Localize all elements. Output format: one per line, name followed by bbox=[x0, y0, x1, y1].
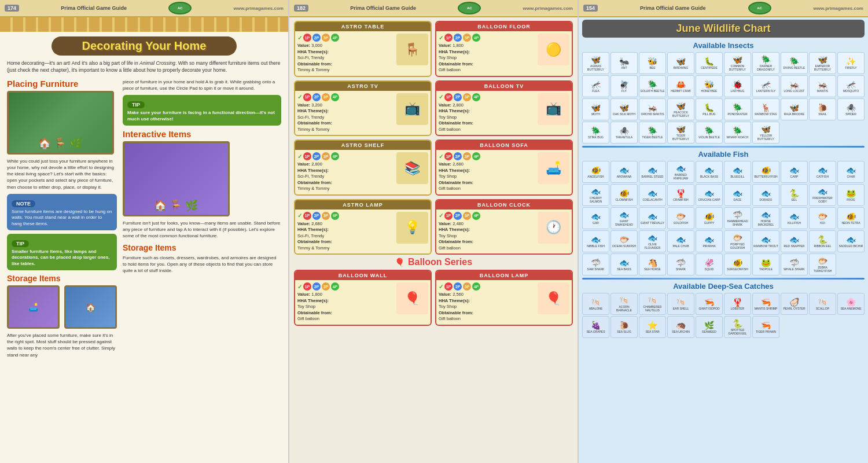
fish-icon: 🐟 bbox=[591, 188, 601, 196]
insect-icon: 🐝 bbox=[704, 80, 714, 89]
page-items: 182 Prima Official Game Guide AC www.pri… bbox=[289, 0, 579, 463]
fish-cell: 🐟 PIRANHA bbox=[696, 230, 723, 252]
deep-sea-cell: 🐚 EAR SHELL bbox=[667, 293, 694, 315]
insect-cell: 🐛 CENTIPEDE bbox=[696, 52, 723, 74]
deep-sea-icon: 🐚 bbox=[591, 298, 601, 306]
insect-icon: 🐛 bbox=[704, 57, 714, 65]
game-screenshot-main bbox=[7, 91, 114, 155]
fish-name: SEA HORSE bbox=[644, 267, 661, 271]
balloon-floor-header: BALLOON FLOOR bbox=[436, 22, 572, 31]
fish-icon: 🐟 bbox=[733, 189, 742, 197]
fish-icon: 🐟 bbox=[818, 166, 827, 174]
insect-icon: 🦋 bbox=[676, 102, 686, 110]
fish-icon: 🐠 bbox=[733, 259, 742, 267]
insect-icon: 🦋 bbox=[676, 125, 686, 133]
fish-name: SADDLED BICHIR bbox=[839, 244, 863, 248]
insects-grid: 🦋 AGRIAS BUTTERFLY 🐜 ANT 🐝 BEE 🦋 BIRDWIN… bbox=[582, 52, 865, 144]
tip-box-1: TIP Make sure your furniture is facing i… bbox=[123, 95, 281, 126]
ac-logo-2: AC bbox=[458, 2, 481, 14]
chart-title-box: June Wildlife Chart bbox=[582, 20, 865, 38]
insect-cell: 🪲 PONDSKATER bbox=[724, 98, 751, 120]
fish-cell: 🐟 NIBBLE FISH bbox=[582, 230, 609, 252]
fish-cell: 🐍 EEL bbox=[781, 184, 808, 206]
fish-icon: 🐟 bbox=[789, 212, 799, 221]
item-balloon-tv: BALLOON TV ✓ 1P 2P 3P 4P Value: 2,800 HH… bbox=[435, 80, 573, 137]
insect-cell: 🦋 PEACOCK BUTTERFLY bbox=[667, 98, 694, 120]
insect-cell: 🕷️ SPIDER bbox=[837, 98, 865, 120]
fish-name: BLACK BASS bbox=[700, 175, 718, 178]
fish-name: SAW SHARK bbox=[587, 267, 605, 271]
balloon-lamp-body: ✓ 1P 2P 3P 4P Value: 2,560 HHA Theme(s):… bbox=[436, 280, 572, 325]
deep-sea-icon: ⭐ bbox=[648, 321, 657, 329]
fish-icon: 🐟 bbox=[676, 164, 686, 172]
balloon-lamp-img: 🎈 bbox=[538, 282, 569, 314]
placing-body: piece of furniture in your home and hold… bbox=[123, 79, 281, 91]
page3-header: 154 Prima Official Game Guide AC www.pri… bbox=[579, 0, 868, 17]
fish-name: KILLIFISH bbox=[788, 221, 801, 225]
fish-icon: 🐟 bbox=[676, 236, 686, 244]
insect-name: PONDSKATER bbox=[727, 112, 747, 116]
item-astro-lamp: ASTRO LAMP ✓ 1P 2P 3P 4P Value: 2,680 HH… bbox=[294, 199, 432, 255]
fish-icon: 🐠 bbox=[704, 212, 714, 221]
fish-name: RAINBOW TROUT bbox=[753, 244, 778, 248]
fish-cell: 🐡 ZEBRA TURKEYFISH bbox=[809, 253, 836, 275]
deep-sea-cell: 🐚 CHAMBERED NAUTILUS bbox=[639, 293, 666, 315]
fish-icon: 🦈 bbox=[591, 259, 601, 267]
insect-name: BIRDWING bbox=[674, 66, 689, 69]
insect-name: FIREFLY bbox=[845, 66, 856, 69]
insects-title: Available Insects bbox=[582, 41, 865, 50]
balloon-clock-body: ✓ 1P 2P 3P 4P Value: 2,480 HHA Theme(s):… bbox=[436, 210, 572, 254]
fish-icon: 🐠 bbox=[619, 189, 629, 197]
insect-cell: 🪲 DARNER DRAGONFLY bbox=[752, 52, 779, 74]
page2-number: 182 bbox=[294, 5, 308, 12]
insect-name: LANTERN FLY bbox=[756, 89, 776, 93]
page1-header: 174 Prima Official Game Guide AC www.pri… bbox=[0, 0, 288, 17]
item-balloon-lamp: BALLOON LAMP ✓ 1P 2P 3P 4P Value: 2,560 … bbox=[435, 270, 573, 326]
page1-body: Decorating Your Home Home decorating—it'… bbox=[0, 32, 288, 463]
page1-site: www.primagames.com bbox=[234, 6, 284, 11]
insect-icon: 🦋 bbox=[619, 104, 629, 112]
insect-cell: 🪲 STINK BUG bbox=[582, 122, 609, 144]
deep-sea-icon: 🦞 bbox=[733, 298, 742, 306]
insect-cell: 🦗 LONG LOCUST bbox=[781, 75, 808, 97]
fish-name: EEL bbox=[792, 198, 797, 201]
item-balloon-clock: BALLOON CLOCK ✓ 1P 2P 3P 4P Value: 2,480… bbox=[435, 199, 573, 255]
balloon-tv-img: 📺 bbox=[538, 93, 569, 125]
fish-cell: 🐍 RIBBON EEL bbox=[809, 230, 836, 252]
tip1-label: TIP bbox=[127, 101, 145, 108]
page3-body: June Wildlife Chart Available Insects 🦋 … bbox=[579, 17, 868, 463]
fish-cell: 🦞 CRAWFISH bbox=[667, 184, 694, 206]
fish-icon: 🐟 bbox=[648, 189, 657, 197]
fish-cell: 🐟 SADDLED BICHIR bbox=[837, 230, 865, 252]
fish-icon: 🐠 bbox=[846, 212, 856, 221]
insect-cell: 🦗 ORCHID MANTIS bbox=[639, 98, 666, 120]
item-balloon-floor: BALLOON FLOOR ✓ 1P 2P 3P 4P Value: 1,800… bbox=[435, 21, 573, 77]
insect-icon: 🐝 bbox=[648, 57, 657, 65]
fish-cell: 🐟 DACE bbox=[724, 184, 751, 206]
ac-logo-1: AC bbox=[168, 2, 192, 14]
balloon-floor-body: ✓ 1P 2P 3P 4P Value: 1,800 HHA Theme(s):… bbox=[436, 31, 572, 76]
balloon-series-label: Balloon Series bbox=[408, 257, 472, 267]
astro-tv-body: ✓ 1P 2P 3P 4P Value: 3,200 HHA Theme(s):… bbox=[295, 91, 431, 135]
fish-name: WHALE SHARK bbox=[784, 267, 804, 271]
deep-sea-icon: 🌿 bbox=[704, 321, 714, 329]
insect-cell: 🦋 AGRIAS BUTTERFLY bbox=[582, 52, 609, 74]
balloon-clock-header: BALLOON CLOCK bbox=[436, 200, 572, 210]
fish-icon: 🐴 bbox=[648, 259, 657, 267]
balloon-sofa-info: ✓ 1P 2P 3P 4P Value: 2,680 HHA Theme(s):… bbox=[439, 152, 535, 192]
insect-icon: 🪲 bbox=[733, 127, 742, 135]
fish-cell: 🐡 OCEAN SUNFISH bbox=[610, 230, 638, 252]
deep-sea-icon: 🌸 bbox=[846, 298, 856, 306]
deep-sea-cell: 🐚 SCALLOP bbox=[809, 293, 836, 315]
fish-icon: 🐟 bbox=[648, 166, 657, 174]
fish-name: PIRANHA bbox=[703, 244, 715, 248]
astro-table-header: ASTRO TABLE bbox=[295, 22, 431, 31]
deep-sea-cell: 🍇 SEA GRAPES bbox=[582, 316, 609, 338]
fish-name: PORPYED GOLDFISH bbox=[725, 242, 750, 249]
deep-sea-name: PEARL OYSTER bbox=[783, 307, 805, 310]
fish-name: ZEBRA TURKEYFISH bbox=[810, 266, 835, 273]
screenshot-sm-2: 🏠 bbox=[64, 285, 117, 329]
fish-icon: 🐡 bbox=[733, 234, 742, 242]
fish-cell: 🐟 GIANT TREVALLY bbox=[639, 207, 666, 229]
fish-icon: 🐟 bbox=[648, 212, 657, 221]
